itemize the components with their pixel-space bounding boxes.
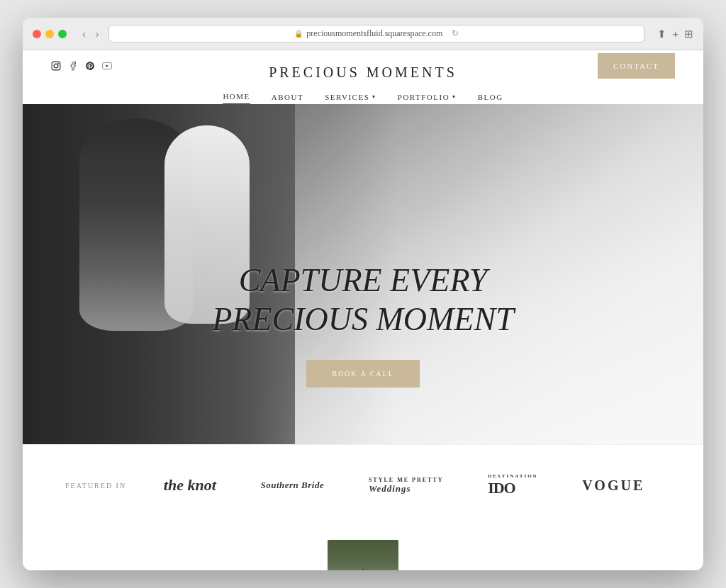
svg-point-1	[54, 64, 58, 68]
browser-controls: ‹ ›	[79, 27, 101, 41]
nav-portfolio[interactable]: PORTFOLIO ▾	[398, 89, 457, 104]
nav-services[interactable]: SERVICES ▾	[325, 89, 376, 104]
share-button[interactable]: ⬆	[657, 28, 666, 40]
traffic-lights	[33, 30, 67, 38]
url-text: preciousmomentsfluid.squarespace.com	[306, 28, 442, 39]
facebook-icon	[68, 61, 78, 71]
facebook-link[interactable]	[68, 60, 78, 72]
publication-the-knot[interactable]: the knot	[164, 476, 216, 494]
featured-label: FEATURED IN	[65, 482, 126, 490]
tabs-button[interactable]: ⊞	[684, 28, 693, 40]
svg-point-2	[57, 63, 59, 64]
site-header: PRECIOUS MOMENTS CONTACT	[23, 50, 703, 81]
ido-prefix: destination	[488, 473, 538, 479]
book-call-button[interactable]: BOOK A CALL	[306, 360, 420, 388]
close-button[interactable]	[33, 30, 41, 38]
nav-home[interactable]: HOME	[223, 89, 250, 104]
publications-list: the knot Southern Bride style me pretty …	[147, 473, 661, 497]
nav-blog[interactable]: BLOG	[478, 89, 503, 104]
pinterest-icon	[85, 61, 95, 71]
publication-ido[interactable]: destination IDO	[488, 473, 538, 497]
youtube-link[interactable]	[102, 60, 112, 72]
site-title-block: PRECIOUS MOMENTS	[269, 64, 457, 81]
forward-button[interactable]: ›	[93, 27, 102, 41]
browser-window: ‹ › 🔒 preciousmomentsfluid.squarespace.c…	[23, 18, 703, 570]
youtube-icon	[102, 61, 112, 71]
maximize-button[interactable]	[58, 30, 67, 38]
weddings-prefix: style me pretty	[369, 477, 444, 483]
bottom-teaser	[23, 526, 703, 570]
hero-section: CAPTURE EVERY PRECIOUS MOMENT BOOK A CAL…	[23, 104, 703, 444]
social-icons	[51, 60, 112, 72]
publication-weddings[interactable]: style me pretty Weddings	[369, 477, 444, 494]
portfolio-chevron-icon: ▾	[452, 94, 457, 100]
svg-marker-3	[106, 65, 108, 68]
hero-headline: CAPTURE EVERY PRECIOUS MOMENT	[23, 261, 703, 339]
pinterest-link[interactable]	[85, 60, 95, 72]
back-button[interactable]: ‹	[79, 27, 89, 41]
publication-southern-bride[interactable]: Southern Bride	[260, 480, 324, 491]
hero-content: CAPTURE EVERY PRECIOUS MOMENT BOOK A CAL…	[23, 261, 703, 388]
browser-chrome: ‹ › 🔒 preciousmomentsfluid.squarespace.c…	[23, 18, 703, 50]
minimize-button[interactable]	[45, 30, 54, 38]
website-content: PRECIOUS MOMENTS CONTACT HOME ABOUT SERV…	[23, 50, 703, 570]
teaser-image	[328, 540, 398, 570]
contact-button[interactable]: CONTACT	[598, 53, 675, 79]
instagram-icon	[51, 61, 61, 71]
site-navigation: HOME ABOUT SERVICES ▾ PORTFOLIO ▾ BLOG	[23, 81, 703, 104]
lock-icon: 🔒	[294, 30, 303, 38]
nav-about[interactable]: ABOUT	[272, 89, 303, 104]
instagram-link[interactable]	[51, 60, 61, 72]
services-chevron-icon: ▾	[372, 94, 376, 100]
site-title: PRECIOUS MOMENTS	[269, 64, 457, 81]
svg-rect-0	[52, 62, 60, 70]
browser-actions: ⬆ + ⊞	[657, 28, 693, 40]
featured-section: FEATURED IN the knot Southern Bride styl…	[23, 444, 703, 526]
new-tab-button[interactable]: +	[672, 28, 678, 40]
address-bar[interactable]: 🔒 preciousmomentsfluid.squarespace.com ↻	[108, 25, 644, 43]
reload-icon[interactable]: ↻	[452, 28, 459, 39]
publication-vogue[interactable]: VOGUE	[582, 477, 644, 494]
